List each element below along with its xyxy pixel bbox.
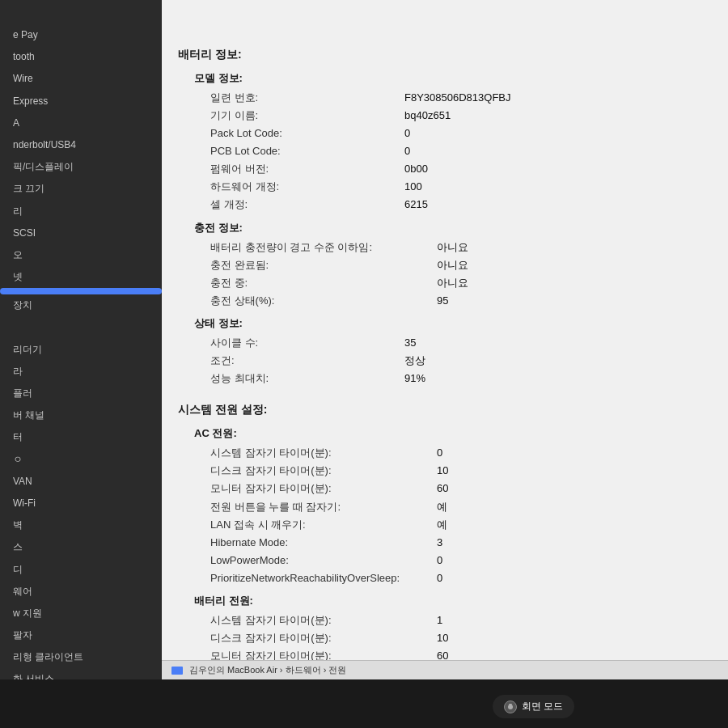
device-name-row: 기기 이름: bq40z651 (210, 107, 712, 125)
ac-hibernate-label: Hibernate Mode: (210, 534, 437, 552)
sidebar-item-s[interactable]: 스 (0, 536, 162, 558)
sidebar-item-w-support[interactable]: w 지원 (0, 603, 162, 624)
charge-warning-label: 배터리 충전량이 경고 수준 이하임: (210, 239, 437, 256)
sidebar-item-blank (0, 316, 162, 338)
ac-lan-wake-row: LAN 접속 시 깨우기: 예 (210, 516, 712, 534)
ac-monitor-sleep-label: 모니터 잠자기 타이머(분): (210, 480, 437, 497)
taskbar: 회면 모드 (0, 679, 728, 728)
sidebar-item-palza[interactable]: 팔자 (0, 624, 162, 646)
screen-mode-button[interactable]: 회면 모드 (493, 695, 574, 718)
ac-lowpower-value: 0 (437, 552, 442, 569)
pcb-lot-label: PCB Lot Code: (210, 142, 404, 160)
sidebar-item-device[interactable]: 장치 (0, 294, 162, 316)
serial-row: 일련 번호: F8Y308506D813QFBJ (210, 89, 712, 107)
pcb-lot-row: PCB Lot Code: 0 (210, 142, 712, 160)
max-capacity-value: 91% (404, 370, 425, 387)
ac-disk-sleep-row: 디스크 잠자기 타이머(분): 10 (210, 462, 712, 480)
ac-sleep-timer-row: 시스템 잠자기 타이머(분): 0 (210, 444, 712, 462)
ac-hibernate-row: Hibernate Mode: 3 (210, 534, 712, 552)
sidebar-item-network-off[interactable]: 크 끄기 (0, 178, 162, 200)
firmware-row: 펌웨어 버전: 0b00 (210, 160, 712, 178)
ac-sleep-timer-label: 시스템 잠자기 타이머(분): (210, 444, 437, 462)
sidebar-item-net[interactable]: 넷 (0, 266, 162, 288)
sidebar-item-a[interactable]: A (0, 112, 162, 134)
charge-complete-value: 아니요 (437, 256, 468, 274)
bat-sleep-timer-label: 시스템 잠자기 타이머(분): (210, 612, 437, 629)
sidebar-item-ieung[interactable]: ㅇ (0, 449, 162, 471)
ac-power-btn-row: 전원 버튼을 누를 때 잠자기: 예 (210, 498, 712, 516)
ac-lan-wake-value: 예 (437, 516, 447, 534)
main-content: 배터리 정보: 모델 정보: 일련 번호: F8Y308506D813QFBJ … (162, 0, 728, 728)
charge-warning-row: 배터리 충전량이 경고 수준 이하임: 아니요 (210, 239, 712, 256)
charge-pct-label: 충전 상태(%): (210, 292, 437, 310)
ac-power-btn-value: 예 (437, 498, 447, 516)
cycle-row: 사이클 수: 35 (210, 334, 712, 352)
battery-power-title: 배터리 전원: (194, 592, 712, 610)
ac-disk-sleep-label: 디스크 잠자기 타이머(분): (210, 462, 437, 480)
pack-lot-row: Pack Lot Code: 0 (210, 125, 712, 142)
sidebar-item-ware[interactable]: 웨어 (0, 581, 162, 603)
sidebar-item-van[interactable]: VAN (0, 471, 162, 493)
hardware-value: 100 (404, 178, 422, 196)
sidebar-item-express[interactable]: Express (0, 91, 162, 112)
content-area: 배터리 정보: 모델 정보: 일련 번호: F8Y308506D813QFBJ … (162, 24, 728, 728)
cell-value: 6215 (404, 196, 428, 214)
charge-details: 배터리 충전량이 경고 수준 이하임: 아니요 충전 완료됨: 아니요 충전 중… (210, 239, 712, 310)
condition-row: 조건: 정상 (210, 352, 712, 370)
pcb-lot-value: 0 (404, 142, 410, 160)
ac-title: AC 전원: (194, 425, 712, 442)
bat-disk-sleep-label: 디스크 잠자기 타이머(분): (210, 629, 437, 647)
sidebar-item-epay[interactable]: e Pay (0, 24, 162, 46)
sidebar-item-wire[interactable]: Wire (0, 68, 162, 90)
max-capacity-row: 성능 최대치: 91% (210, 370, 712, 387)
max-capacity-label: 성능 최대치: (210, 370, 404, 387)
camera-icon (504, 700, 517, 713)
ac-disk-sleep-value: 10 (437, 462, 448, 480)
sidebar-item-scsi[interactable]: SCSI (0, 222, 162, 244)
bat-sleep-timer-row: 시스템 잠자기 타이머(분): 1 (210, 612, 712, 629)
cycle-value: 35 (404, 334, 416, 352)
charging-label: 충전 중: (210, 274, 437, 292)
device-name-value: bq40z651 (404, 107, 451, 125)
charge-pct-row: 충전 상태(%): 95 (210, 292, 712, 310)
ac-details: 시스템 잠자기 타이머(분): 0 디스크 잠자기 타이머(분): 10 모니터… (210, 444, 712, 587)
sidebar-item-thin-client[interactable]: 리형 클라이언트 (0, 646, 162, 668)
ac-lowpower-label: LowPowerMode: (210, 552, 437, 569)
sidebar-item-thunderbolt[interactable]: nderbolt/USB4 (0, 134, 162, 156)
sidebar-item-wall[interactable]: 벽 (0, 514, 162, 536)
charge-complete-label: 충전 완료됨: (210, 256, 437, 274)
ac-monitor-sleep-value: 60 (437, 480, 448, 497)
status-title: 상태 정보: (194, 315, 712, 332)
charge-warning-value: 아니요 (437, 239, 468, 256)
sidebar-item-wifi[interactable]: Wi-Fi (0, 493, 162, 514)
sidebar-item-li[interactable]: 리 (0, 201, 162, 222)
model-title: 모델 정보: (194, 70, 712, 87)
cell-label: 셀 개정: (210, 196, 404, 214)
ac-monitor-sleep-row: 모니터 잠자기 타이머(분): 60 (210, 480, 712, 497)
sidebar-item-o[interactable]: 오 (0, 244, 162, 266)
sidebar-item-fuller[interactable]: 플러 (0, 383, 162, 404)
sidebar-item-tooth[interactable]: tooth (0, 46, 162, 68)
pack-lot-label: Pack Lot Code: (210, 125, 404, 142)
bat-sleep-timer-value: 1 (437, 612, 442, 629)
sidebar: e Pay tooth Wire Express A nderbolt/USB4… (0, 0, 162, 728)
sidebar-item-selected[interactable] (0, 288, 162, 294)
model-details: 일련 번호: F8Y308506D813QFBJ 기기 이름: bq40z651… (210, 89, 712, 214)
hardware-label: 하드웨어 개정: (210, 178, 404, 196)
ac-power-btn-label: 전원 버튼을 누를 때 잠자기: (210, 498, 437, 516)
firmware-value: 0b00 (404, 160, 428, 178)
sidebar-item-ter[interactable]: 터 (0, 426, 162, 448)
sidebar-item-di[interactable]: 디 (0, 559, 162, 581)
sidebar-item-display[interactable]: 픽/디스플레이 (0, 156, 162, 178)
sidebar-item-channel[interactable]: 버 채널 (0, 404, 162, 426)
hardware-row: 하드웨어 개정: 100 (210, 178, 712, 196)
serial-label: 일련 번호: (210, 89, 404, 107)
bat-disk-sleep-value: 10 (437, 629, 448, 647)
ac-hibernate-value: 3 (437, 534, 442, 552)
sidebar-item-ra[interactable]: 라 (0, 361, 162, 383)
breadcrumb-text: 김우인의 MacBook Air › 하드웨어 › 전원 (189, 664, 346, 676)
pack-lot-value: 0 (404, 125, 410, 142)
screen-mode-label: 회면 모드 (522, 700, 563, 713)
sidebar-item-reader[interactable]: 리더기 (0, 339, 162, 361)
charging-value: 아니요 (437, 274, 468, 292)
